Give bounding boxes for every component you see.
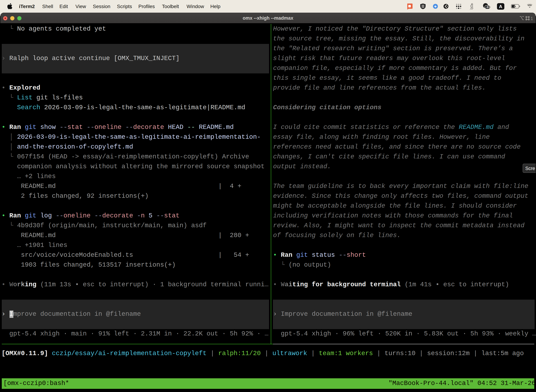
- svg-text:A: A: [499, 4, 502, 9]
- svg-text:1: 1: [531, 16, 533, 21]
- svg-text:..61: ..61: [485, 5, 490, 9]
